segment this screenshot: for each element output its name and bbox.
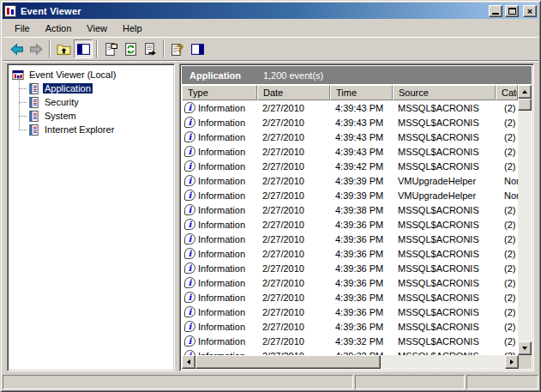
horizontal-scroll-track[interactable] xyxy=(381,355,505,369)
event-row[interactable]: iInformation2/27/20104:39:36 PMMSSQL$ACR… xyxy=(182,290,518,305)
cell-date: 2/27/2010 xyxy=(257,307,330,317)
vertical-scrollbar[interactable] xyxy=(518,85,532,355)
cell-type: iInformation xyxy=(182,131,257,142)
tree-item-label[interactable]: Security xyxy=(43,97,81,107)
cell-type: iInformation xyxy=(182,262,257,274)
cell-source: MSSQL$ACRONIS xyxy=(393,132,496,142)
scroll-down-button[interactable] xyxy=(518,341,532,355)
menu-action[interactable]: Action xyxy=(39,21,79,36)
event-row[interactable]: iInformation2/27/20104:39:36 PMMSSQL$ACR… xyxy=(182,232,518,246)
information-icon: i xyxy=(184,160,195,172)
cell-type: iInformation xyxy=(182,233,257,244)
tree-item-label[interactable]: System xyxy=(43,111,78,121)
horizontal-scrollbar[interactable] xyxy=(182,355,519,369)
information-icon: i xyxy=(184,277,195,288)
horizontal-scroll-row xyxy=(182,355,532,369)
cell-date: 2/27/2010 xyxy=(257,263,330,274)
status-section-3 xyxy=(466,375,538,389)
minimize-button[interactable] xyxy=(489,5,502,17)
title-bar[interactable]: Event Viewer × xyxy=(3,3,538,19)
information-icon: i xyxy=(184,117,195,128)
scroll-left-button[interactable] xyxy=(182,355,195,369)
up-one-level-button[interactable] xyxy=(54,39,73,58)
tree-item-application[interactable]: Application xyxy=(19,81,172,95)
menu-help[interactable]: Help xyxy=(116,21,149,36)
vertical-scroll-track[interactable] xyxy=(518,111,532,341)
menu-view[interactable]: View xyxy=(80,21,114,36)
cell-date: 2/27/2010 xyxy=(257,103,330,113)
cell-date: 2/27/2010 xyxy=(257,132,330,142)
cell-category: (2) xyxy=(496,205,518,215)
event-row[interactable]: iInformation2/27/20104:39:36 PMMSSQL$ACR… xyxy=(182,246,518,261)
tree-item-system[interactable]: System xyxy=(19,109,172,123)
tree-item-internet-explorer[interactable]: Internet Explorer xyxy=(19,123,172,136)
event-row[interactable]: iInformation2/27/20104:39:38 PMMSSQL$ACR… xyxy=(182,202,518,217)
event-log-icon xyxy=(27,82,40,95)
show-hide-console-tree-button[interactable] xyxy=(74,39,93,58)
properties-button[interactable] xyxy=(101,39,120,58)
event-row[interactable]: iInformation2/27/20104:39:36 PMMSSQL$ACR… xyxy=(182,275,518,290)
information-icon: i xyxy=(184,190,195,201)
back-icon xyxy=(9,42,24,57)
event-type-label: Information xyxy=(198,249,245,259)
event-row[interactable]: iInformation2/27/20104:39:36 PMMSSQL$ACR… xyxy=(182,305,518,319)
column-header-source[interactable]: Source xyxy=(393,85,496,100)
scroll-right-button[interactable] xyxy=(505,355,519,369)
tree-connector xyxy=(19,130,27,130)
back-button[interactable] xyxy=(7,39,26,58)
event-row[interactable]: iInformation2/27/20104:39:43 PMMSSQL$ACR… xyxy=(182,144,518,159)
cell-category: (2) xyxy=(496,132,518,142)
horizontal-scroll-thumb[interactable] xyxy=(195,355,381,369)
maximize-button[interactable] xyxy=(505,5,519,17)
event-row[interactable]: iInformation2/27/20104:39:32 PMMSSQL$ACR… xyxy=(182,334,518,348)
cell-source: MSSQL$ACRONIS xyxy=(393,307,496,317)
forward-button[interactable] xyxy=(27,39,45,58)
event-row[interactable]: iInformation2/27/20104:39:39 PMVMUpgrade… xyxy=(182,173,518,188)
column-header-category[interactable]: Category xyxy=(496,85,518,100)
cell-type: iInformation xyxy=(182,175,257,186)
event-row[interactable]: iInformation2/27/20104:39:43 PMMSSQL$ACR… xyxy=(182,130,518,144)
tree-item-label[interactable]: Internet Explorer xyxy=(43,124,116,135)
event-row[interactable]: iInformation2/27/20104:39:42 PMMSSQL$ACR… xyxy=(182,159,518,173)
menu-file[interactable]: File xyxy=(8,21,37,36)
event-row[interactable]: iInformation2/27/20104:39:36 PMMSSQL$ACR… xyxy=(182,261,518,275)
up-folder-icon xyxy=(57,42,71,57)
help-icon: ? xyxy=(171,42,185,57)
scroll-up-button[interactable] xyxy=(518,85,532,99)
column-header-time[interactable]: Time xyxy=(330,85,393,100)
event-log-icon xyxy=(27,124,40,136)
tree-item-label[interactable]: Application xyxy=(43,83,93,93)
information-icon: i xyxy=(184,175,195,186)
information-icon: i xyxy=(184,321,195,332)
tree-root[interactable]: Event Viewer (Local) xyxy=(11,68,172,81)
toolbar: ? xyxy=(3,38,538,61)
cell-date: 2/27/2010 xyxy=(257,220,330,230)
event-row[interactable]: iInformation2/27/20104:39:39 PMVMUpgrade… xyxy=(182,188,518,202)
export-list-button[interactable] xyxy=(141,39,159,58)
information-icon: i xyxy=(184,335,195,347)
tree-item-security[interactable]: Security xyxy=(19,95,172,109)
cell-category: (2) xyxy=(496,118,518,128)
cell-type: iInformation xyxy=(182,277,257,288)
show-hide-action-pane-button[interactable] xyxy=(188,39,207,58)
column-header-date[interactable]: Date xyxy=(257,85,330,100)
refresh-button[interactable] xyxy=(121,39,140,58)
tree-connector xyxy=(19,88,27,89)
cell-time: 4:39:43 PM xyxy=(330,132,393,142)
cell-time: 4:39:43 PM xyxy=(330,147,393,157)
information-icon: i xyxy=(184,233,195,244)
minimize-icon xyxy=(492,13,499,15)
cell-date: 2/27/2010 xyxy=(257,292,330,303)
cell-type: iInformation xyxy=(182,335,257,347)
help-button[interactable]: ? xyxy=(168,39,187,58)
cell-time: 4:39:36 PM xyxy=(330,249,393,259)
column-header-type[interactable]: Type xyxy=(182,85,257,100)
event-row[interactable]: iInformation2/27/20104:39:36 PMMSSQL$ACR… xyxy=(182,319,518,334)
close-button[interactable]: × xyxy=(523,5,537,17)
tree-root-label[interactable]: Event Viewer (Local) xyxy=(27,69,117,80)
event-row[interactable]: iInformation2/27/20104:39:43 PMMSSQL$ACR… xyxy=(182,100,518,115)
vertical-scroll-thumb[interactable] xyxy=(518,99,532,111)
event-row[interactable]: iInformation2/27/20104:39:43 PMMSSQL$ACR… xyxy=(182,115,518,130)
event-row[interactable]: iInformation2/27/20104:39:32 PMMSSQL$ACR… xyxy=(182,348,518,355)
event-row[interactable]: iInformation2/27/20104:39:36 PMMSSQL$ACR… xyxy=(182,217,518,232)
